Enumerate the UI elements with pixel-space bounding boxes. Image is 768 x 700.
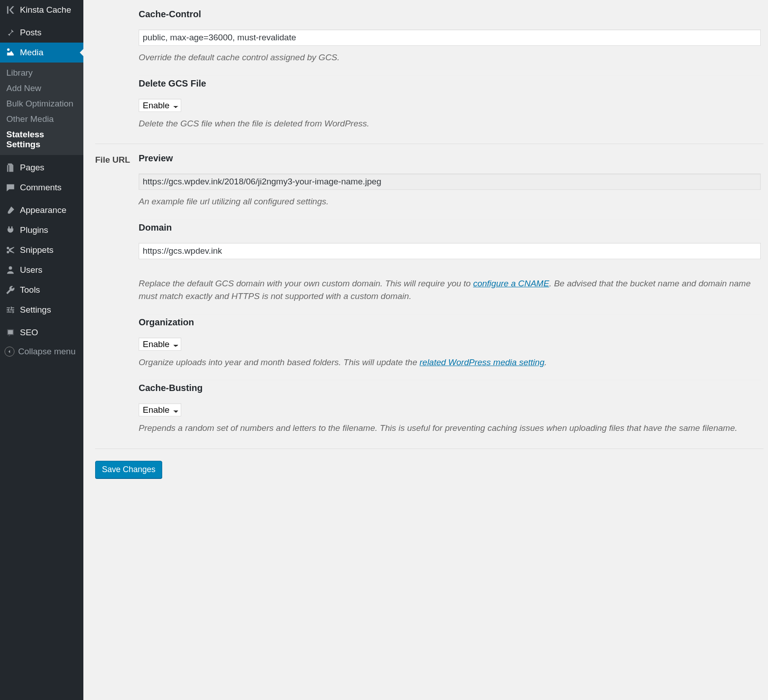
sidebar-item-label: Stateless Settings bbox=[6, 130, 77, 150]
sidebar-item-appearance[interactable]: Appearance bbox=[0, 200, 83, 220]
field-title: Organization bbox=[139, 317, 761, 328]
field-help: Prepends a random set of numbers and let… bbox=[139, 422, 761, 435]
field-title: Cache-Busting bbox=[139, 383, 761, 393]
organization-select[interactable]: Enable bbox=[139, 338, 181, 351]
field-title: Domain bbox=[139, 222, 761, 233]
sidebar-item-kinsta-cache[interactable]: Kinsta Cache bbox=[0, 0, 83, 20]
sidebar-item-label: Tools bbox=[20, 285, 40, 295]
sidebar-subitem-stateless-settings[interactable]: Stateless Settings bbox=[0, 127, 83, 152]
pin-icon bbox=[5, 27, 16, 39]
field-title: Cache-Control bbox=[139, 9, 761, 19]
sidebar-item-label: Add New bbox=[6, 83, 41, 93]
sidebar-item-snippets[interactable]: Snippets bbox=[0, 240, 83, 260]
media-submenu: Library Add New Bulk Optimization Other … bbox=[0, 63, 83, 155]
sidebar-item-comments[interactable]: Comments bbox=[0, 178, 83, 198]
sidebar-item-label: Plugins bbox=[20, 225, 48, 235]
field-help: An example file url utilizing all config… bbox=[139, 195, 761, 208]
cache-busting-select[interactable]: Enable bbox=[139, 403, 181, 416]
sidebar-item-collapse[interactable]: Collapse menu bbox=[0, 343, 83, 361]
sidebar-item-plugins[interactable]: Plugins bbox=[0, 220, 83, 240]
sidebar-item-settings[interactable]: Settings bbox=[0, 300, 83, 320]
field-cache-control: Cache-Control Override the default cache… bbox=[139, 9, 761, 76]
sidebar-item-label: Snippets bbox=[20, 245, 53, 255]
sidebar-item-label: Media bbox=[20, 48, 43, 58]
sidebar-item-label: Kinsta Cache bbox=[20, 5, 71, 15]
sidebar-item-label: Pages bbox=[20, 163, 44, 173]
sidebar-item-label: SEO bbox=[20, 328, 38, 338]
wrench-icon bbox=[5, 284, 16, 296]
sidebar-item-label: Bulk Optimization bbox=[6, 99, 73, 109]
preview-input[interactable] bbox=[139, 174, 761, 190]
brush-icon bbox=[5, 204, 16, 216]
sidebar-item-label: Posts bbox=[20, 28, 42, 38]
field-help: Override the default cache control assig… bbox=[139, 51, 761, 64]
sidebar-subitem-other-media[interactable]: Other Media bbox=[0, 111, 83, 127]
scissors-icon bbox=[5, 244, 16, 256]
collapse-icon bbox=[5, 347, 14, 357]
field-title: Preview bbox=[139, 153, 761, 164]
sidebar-item-tools[interactable]: Tools bbox=[0, 280, 83, 300]
sidebar-item-label: Library bbox=[6, 68, 33, 78]
sidebar-item-pages[interactable]: Pages bbox=[0, 158, 83, 178]
media-setting-link[interactable]: related WordPress media setting bbox=[420, 357, 545, 367]
kinsta-icon bbox=[5, 4, 16, 16]
sidebar-subitem-add-new[interactable]: Add New bbox=[0, 81, 83, 96]
field-help: Organize uploads into year and month bas… bbox=[139, 356, 761, 369]
plug-icon bbox=[5, 224, 16, 236]
sidebar-item-label: Settings bbox=[20, 305, 51, 315]
sidebar-item-users[interactable]: Users bbox=[0, 260, 83, 280]
pages-icon bbox=[5, 162, 16, 174]
sidebar-subitem-bulk-optimization[interactable]: Bulk Optimization bbox=[0, 96, 83, 111]
comments-icon bbox=[5, 182, 16, 193]
media-icon bbox=[5, 47, 16, 58]
admin-sidebar: Kinsta Cache Posts Media Library Add New… bbox=[0, 0, 83, 700]
sidebar-subitem-library[interactable]: Library bbox=[0, 65, 83, 81]
field-delete-gcs: Delete GCS File Enable Delete the GCS fi… bbox=[139, 78, 761, 141]
section-label: File URL bbox=[95, 144, 139, 165]
domain-input[interactable] bbox=[139, 243, 761, 259]
seo-icon bbox=[5, 327, 16, 338]
field-preview: Preview An example file url utilizing al… bbox=[139, 153, 761, 220]
sidebar-item-label: Appearance bbox=[20, 205, 66, 215]
cache-control-input[interactable] bbox=[139, 29, 761, 46]
configure-cname-link[interactable]: configure a CNAME bbox=[473, 279, 549, 288]
field-cache-busting: Cache-Busting Enable Prepends a random s… bbox=[139, 383, 761, 446]
sidebar-item-label: Other Media bbox=[6, 114, 54, 124]
sidebar-item-label: Collapse menu bbox=[18, 347, 76, 357]
delete-gcs-select[interactable]: Enable bbox=[139, 99, 181, 112]
field-domain: Domain Replace the default GCS domain wi… bbox=[139, 222, 761, 314]
user-icon bbox=[5, 264, 16, 276]
field-organization: Organization Enable Organize uploads int… bbox=[139, 317, 761, 381]
sidebar-item-media[interactable]: Media bbox=[0, 43, 83, 63]
sliders-icon bbox=[5, 304, 16, 316]
sidebar-item-label: Users bbox=[20, 265, 43, 275]
sidebar-item-seo[interactable]: SEO bbox=[0, 323, 83, 343]
field-title: Delete GCS File bbox=[139, 78, 761, 89]
save-changes-button[interactable]: Save Changes bbox=[95, 461, 162, 478]
sidebar-item-posts[interactable]: Posts bbox=[0, 23, 83, 43]
settings-content: Cache-Control Override the default cache… bbox=[83, 0, 768, 700]
field-help: Replace the default GCS domain with your… bbox=[139, 277, 761, 303]
sidebar-item-label: Comments bbox=[20, 183, 62, 193]
field-help: Delete the GCS file when the file is del… bbox=[139, 117, 761, 130]
